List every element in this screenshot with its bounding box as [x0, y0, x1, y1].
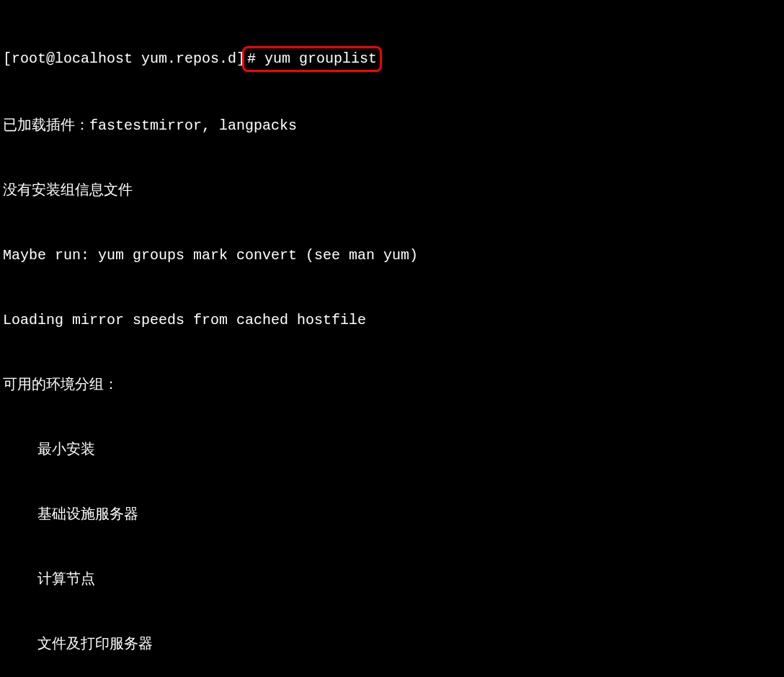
env-group-item: 基础设施服务器	[3, 504, 781, 526]
output-line: Maybe run: yum groups mark convert (see …	[3, 245, 781, 266]
prompt-text: [root@localhost yum.repos.d]	[3, 50, 245, 67]
env-group-item: 计算节点	[3, 569, 781, 591]
output-line: 已加载插件：fastestmirror, langpacks	[3, 115, 781, 137]
prompt-line-1: [root@localhost yum.repos.d]# yum groupl…	[3, 46, 781, 72]
output-line: Loading mirror speeds from cached hostfi…	[3, 310, 781, 331]
env-group-item: 最小安装	[3, 439, 781, 461]
command-1[interactable]: yum grouplist	[256, 50, 377, 67]
terminal-output: [root@localhost yum.repos.d]# yum groupl…	[3, 3, 781, 677]
env-groups-header: 可用的环境分组：	[3, 375, 781, 396]
hash-symbol: #	[247, 50, 256, 67]
output-line: 没有安装组信息文件	[3, 180, 781, 202]
env-group-item: 文件及打印服务器	[3, 634, 781, 655]
command-highlight-1: # yum grouplist	[242, 46, 382, 72]
